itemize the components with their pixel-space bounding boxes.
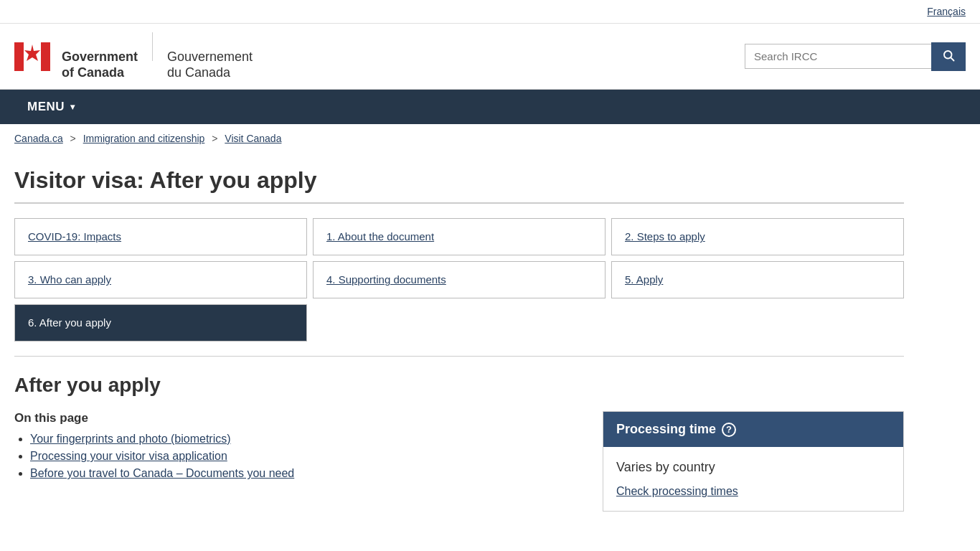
nav-tabs-grid: COVID-19: Impacts 1. About the document … — [14, 218, 904, 298]
title-divider — [14, 202, 904, 204]
right-column: Processing time ? Varies by country Chec… — [603, 411, 904, 512]
main-content: Visitor visa: After you apply COVID-19: … — [0, 153, 918, 533]
check-processing-times-link[interactable]: Check processing times — [616, 485, 738, 497]
toc-link-processing[interactable]: Processing your visitor visa application — [30, 450, 227, 462]
breadcrumb-separator-1: > — [70, 133, 79, 144]
search-input[interactable] — [745, 44, 931, 69]
processing-varies-text: Varies by country — [616, 460, 890, 475]
processing-time-body: Varies by country Check processing times — [603, 447, 903, 511]
tab-supporting[interactable]: 4. Supporting documents — [313, 261, 606, 298]
toc-item-biometrics: Your fingerprints and photo (biometrics) — [30, 433, 581, 446]
menu-button[interactable]: MENU ▾ — [14, 90, 88, 124]
search-icon — [942, 49, 955, 62]
toc-list: Your fingerprints and photo (biometrics)… — [14, 433, 581, 480]
main-nav: MENU ▾ — [0, 90, 980, 124]
tab-about[interactable]: 1. About the document — [313, 218, 606, 255]
toc-item-processing: Processing your visitor visa application — [30, 450, 581, 463]
logo-area: Government of Canada Gouvernement du Can… — [14, 32, 253, 80]
gov-name-fr-line2: du Canada — [167, 65, 253, 81]
gov-name-fr-line1: Gouvernement — [167, 50, 253, 65]
two-col-layout: On this page Your fingerprints and photo… — [14, 411, 904, 512]
canada-flag-icon — [14, 39, 50, 75]
tab-after[interactable]: 6. After you apply — [14, 304, 307, 342]
info-icon[interactable]: ? — [722, 423, 736, 437]
svg-rect-1 — [41, 42, 50, 71]
french-link[interactable]: Français — [927, 6, 966, 17]
search-area — [745, 42, 966, 71]
breadcrumb-immigration[interactable]: Immigration and citizenship — [83, 133, 205, 144]
government-name: Government of Canada Gouvernement du Can… — [62, 32, 253, 80]
breadcrumb-visit[interactable]: Visit Canada — [225, 133, 281, 144]
nav-tabs-row3: 6. After you apply — [14, 304, 904, 342]
svg-rect-0 — [14, 42, 24, 71]
page-title: Visitor visa: After you apply — [14, 167, 904, 194]
site-header: Government of Canada Gouvernement du Can… — [0, 24, 980, 90]
breadcrumb-separator-2: > — [212, 133, 220, 144]
on-this-page-label: On this page — [14, 411, 581, 425]
left-column: On this page Your fingerprints and photo… — [14, 411, 581, 484]
processing-time-heading: Processing time — [616, 422, 716, 437]
language-bar: Français — [0, 0, 980, 24]
section-divider — [14, 356, 904, 357]
gov-name-en-line2: of Canada — [62, 65, 138, 81]
breadcrumb: Canada.ca > Immigration and citizenship … — [0, 124, 980, 153]
processing-time-header: Processing time ? — [603, 412, 903, 447]
toc-link-before-travel[interactable]: Before you travel to Canada – Documents … — [30, 467, 294, 479]
toc-item-before-travel: Before you travel to Canada – Documents … — [30, 467, 581, 480]
processing-time-box: Processing time ? Varies by country Chec… — [603, 411, 904, 512]
toc-link-biometrics[interactable]: Your fingerprints and photo (biometrics) — [30, 433, 231, 445]
breadcrumb-home[interactable]: Canada.ca — [14, 133, 63, 144]
search-button[interactable] — [931, 42, 966, 71]
chevron-down-icon: ▾ — [70, 102, 75, 112]
section-heading: After you apply — [14, 374, 904, 397]
tab-who[interactable]: 3. Who can apply — [14, 261, 307, 298]
gov-name-en-line1: Government — [62, 50, 138, 65]
tab-covid[interactable]: COVID-19: Impacts — [14, 218, 307, 255]
tab-steps[interactable]: 2. Steps to apply — [611, 218, 904, 255]
tab-apply[interactable]: 5. Apply — [611, 261, 904, 298]
svg-line-5 — [951, 57, 953, 60]
menu-label: MENU — [27, 100, 65, 114]
